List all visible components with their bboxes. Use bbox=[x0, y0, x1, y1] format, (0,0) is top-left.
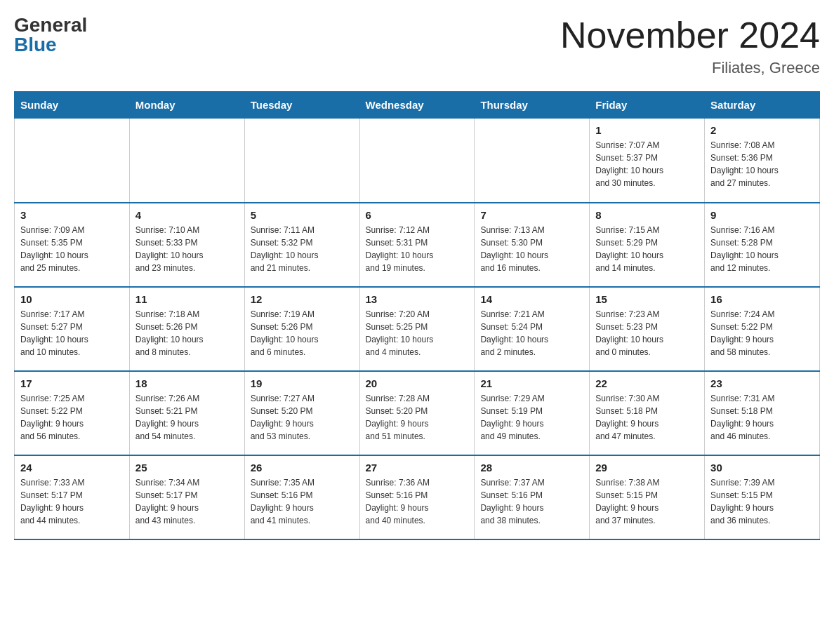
day-cell: 1Sunrise: 7:07 AM Sunset: 5:37 PM Daylig… bbox=[590, 119, 705, 203]
day-number: 21 bbox=[480, 377, 583, 389]
day-info: Sunrise: 7:12 AM Sunset: 5:31 PM Dayligh… bbox=[366, 224, 469, 274]
day-number: 1 bbox=[595, 124, 699, 136]
day-info: Sunrise: 7:07 AM Sunset: 5:37 PM Dayligh… bbox=[595, 139, 699, 189]
day-info: Sunrise: 7:35 AM Sunset: 5:16 PM Dayligh… bbox=[251, 476, 354, 527]
weekday-header-tuesday: Tuesday bbox=[244, 92, 359, 119]
day-cell bbox=[244, 119, 359, 203]
day-cell: 13Sunrise: 7:20 AM Sunset: 5:25 PM Dayli… bbox=[359, 287, 475, 371]
day-cell: 19Sunrise: 7:27 AM Sunset: 5:20 PM Dayli… bbox=[244, 371, 359, 455]
day-cell bbox=[475, 119, 590, 203]
day-number: 8 bbox=[595, 209, 699, 221]
week-row-5: 24Sunrise: 7:33 AM Sunset: 5:17 PM Dayli… bbox=[15, 455, 820, 539]
week-row-2: 3Sunrise: 7:09 AM Sunset: 5:35 PM Daylig… bbox=[15, 203, 820, 287]
day-cell: 5Sunrise: 7:11 AM Sunset: 5:32 PM Daylig… bbox=[244, 203, 359, 287]
day-info: Sunrise: 7:11 AM Sunset: 5:32 PM Dayligh… bbox=[251, 224, 354, 274]
day-info: Sunrise: 7:20 AM Sunset: 5:25 PM Dayligh… bbox=[366, 308, 469, 358]
day-info: Sunrise: 7:15 AM Sunset: 5:29 PM Dayligh… bbox=[595, 224, 699, 274]
day-cell: 2Sunrise: 7:08 AM Sunset: 5:36 PM Daylig… bbox=[705, 119, 820, 203]
day-cell: 11Sunrise: 7:18 AM Sunset: 5:26 PM Dayli… bbox=[129, 287, 244, 371]
day-cell: 23Sunrise: 7:31 AM Sunset: 5:18 PM Dayli… bbox=[705, 371, 820, 455]
calendar-header: SundayMondayTuesdayWednesdayThursdayFrid… bbox=[15, 92, 820, 119]
day-cell bbox=[129, 119, 244, 203]
day-info: Sunrise: 7:36 AM Sunset: 5:16 PM Dayligh… bbox=[366, 476, 469, 527]
day-cell: 9Sunrise: 7:16 AM Sunset: 5:28 PM Daylig… bbox=[705, 203, 820, 287]
weekday-header-monday: Monday bbox=[129, 92, 244, 119]
day-number: 13 bbox=[366, 293, 469, 305]
day-cell: 21Sunrise: 7:29 AM Sunset: 5:19 PM Dayli… bbox=[475, 371, 590, 455]
month-title: November 2024 bbox=[560, 14, 820, 56]
weekday-header-thursday: Thursday bbox=[475, 92, 590, 119]
day-info: Sunrise: 7:09 AM Sunset: 5:35 PM Dayligh… bbox=[20, 224, 124, 274]
day-cell: 28Sunrise: 7:37 AM Sunset: 5:16 PM Dayli… bbox=[475, 455, 590, 539]
day-info: Sunrise: 7:39 AM Sunset: 5:15 PM Dayligh… bbox=[710, 476, 814, 527]
day-number: 18 bbox=[135, 377, 239, 389]
day-cell bbox=[15, 119, 130, 203]
day-cell: 6Sunrise: 7:12 AM Sunset: 5:31 PM Daylig… bbox=[359, 203, 475, 287]
day-cell: 24Sunrise: 7:33 AM Sunset: 5:17 PM Dayli… bbox=[15, 455, 130, 539]
day-info: Sunrise: 7:21 AM Sunset: 5:24 PM Dayligh… bbox=[480, 308, 583, 358]
day-number: 20 bbox=[366, 377, 469, 389]
day-number: 2 bbox=[710, 124, 814, 136]
day-cell: 18Sunrise: 7:26 AM Sunset: 5:21 PM Dayli… bbox=[129, 371, 244, 455]
logo: General Blue bbox=[14, 14, 87, 56]
day-cell: 16Sunrise: 7:24 AM Sunset: 5:22 PM Dayli… bbox=[705, 287, 820, 371]
day-number: 22 bbox=[595, 377, 699, 389]
day-cell: 30Sunrise: 7:39 AM Sunset: 5:15 PM Dayli… bbox=[705, 455, 820, 539]
day-number: 27 bbox=[366, 462, 469, 474]
day-info: Sunrise: 7:27 AM Sunset: 5:20 PM Dayligh… bbox=[251, 392, 354, 443]
day-number: 3 bbox=[20, 209, 124, 221]
day-number: 4 bbox=[135, 209, 239, 221]
day-info: Sunrise: 7:29 AM Sunset: 5:19 PM Dayligh… bbox=[480, 392, 583, 443]
day-info: Sunrise: 7:31 AM Sunset: 5:18 PM Dayligh… bbox=[710, 392, 814, 443]
day-cell: 14Sunrise: 7:21 AM Sunset: 5:24 PM Dayli… bbox=[475, 287, 590, 371]
day-cell: 15Sunrise: 7:23 AM Sunset: 5:23 PM Dayli… bbox=[590, 287, 705, 371]
day-number: 17 bbox=[20, 377, 124, 389]
day-info: Sunrise: 7:30 AM Sunset: 5:18 PM Dayligh… bbox=[595, 392, 699, 443]
day-info: Sunrise: 7:34 AM Sunset: 5:17 PM Dayligh… bbox=[135, 476, 239, 527]
day-cell: 29Sunrise: 7:38 AM Sunset: 5:15 PM Dayli… bbox=[590, 455, 705, 539]
day-cell: 10Sunrise: 7:17 AM Sunset: 5:27 PM Dayli… bbox=[15, 287, 130, 371]
day-info: Sunrise: 7:26 AM Sunset: 5:21 PM Dayligh… bbox=[135, 392, 239, 443]
day-info: Sunrise: 7:17 AM Sunset: 5:27 PM Dayligh… bbox=[20, 308, 124, 358]
calendar-table: SundayMondayTuesdayWednesdayThursdayFrid… bbox=[14, 91, 820, 540]
day-info: Sunrise: 7:37 AM Sunset: 5:16 PM Dayligh… bbox=[480, 476, 583, 527]
day-number: 6 bbox=[366, 209, 469, 221]
day-info: Sunrise: 7:28 AM Sunset: 5:20 PM Dayligh… bbox=[366, 392, 469, 443]
week-row-3: 10Sunrise: 7:17 AM Sunset: 5:27 PM Dayli… bbox=[15, 287, 820, 371]
day-info: Sunrise: 7:13 AM Sunset: 5:30 PM Dayligh… bbox=[480, 224, 583, 274]
day-info: Sunrise: 7:19 AM Sunset: 5:26 PM Dayligh… bbox=[251, 308, 354, 358]
day-info: Sunrise: 7:25 AM Sunset: 5:22 PM Dayligh… bbox=[20, 392, 124, 443]
day-number: 30 bbox=[710, 462, 814, 474]
calendar-body: 1Sunrise: 7:07 AM Sunset: 5:37 PM Daylig… bbox=[15, 119, 820, 539]
page-header: General Blue November 2024 Filiates, Gre… bbox=[14, 14, 820, 77]
weekday-header-friday: Friday bbox=[590, 92, 705, 119]
day-cell: 22Sunrise: 7:30 AM Sunset: 5:18 PM Dayli… bbox=[590, 371, 705, 455]
day-cell: 3Sunrise: 7:09 AM Sunset: 5:35 PM Daylig… bbox=[15, 203, 130, 287]
day-number: 12 bbox=[251, 293, 354, 305]
logo-blue-text: Blue bbox=[14, 34, 57, 56]
day-number: 7 bbox=[480, 209, 583, 221]
day-cell: 8Sunrise: 7:15 AM Sunset: 5:29 PM Daylig… bbox=[590, 203, 705, 287]
day-info: Sunrise: 7:24 AM Sunset: 5:22 PM Dayligh… bbox=[710, 308, 814, 358]
day-cell: 17Sunrise: 7:25 AM Sunset: 5:22 PM Dayli… bbox=[15, 371, 130, 455]
day-info: Sunrise: 7:10 AM Sunset: 5:33 PM Dayligh… bbox=[135, 224, 239, 274]
day-number: 14 bbox=[480, 293, 583, 305]
day-number: 15 bbox=[595, 293, 699, 305]
day-cell: 20Sunrise: 7:28 AM Sunset: 5:20 PM Dayli… bbox=[359, 371, 475, 455]
weekday-header-sunday: Sunday bbox=[15, 92, 130, 119]
weekday-header-saturday: Saturday bbox=[705, 92, 820, 119]
day-number: 10 bbox=[20, 293, 124, 305]
day-cell: 12Sunrise: 7:19 AM Sunset: 5:26 PM Dayli… bbox=[244, 287, 359, 371]
day-number: 25 bbox=[135, 462, 239, 474]
day-number: 19 bbox=[251, 377, 354, 389]
day-cell: 25Sunrise: 7:34 AM Sunset: 5:17 PM Dayli… bbox=[129, 455, 244, 539]
day-cell bbox=[359, 119, 475, 203]
day-number: 24 bbox=[20, 462, 124, 474]
day-number: 26 bbox=[251, 462, 354, 474]
day-info: Sunrise: 7:23 AM Sunset: 5:23 PM Dayligh… bbox=[595, 308, 699, 358]
day-info: Sunrise: 7:18 AM Sunset: 5:26 PM Dayligh… bbox=[135, 308, 239, 358]
day-number: 29 bbox=[595, 462, 699, 474]
day-cell: 4Sunrise: 7:10 AM Sunset: 5:33 PM Daylig… bbox=[129, 203, 244, 287]
day-info: Sunrise: 7:08 AM Sunset: 5:36 PM Dayligh… bbox=[710, 139, 814, 189]
location-label: Filiates, Greece bbox=[560, 59, 820, 77]
